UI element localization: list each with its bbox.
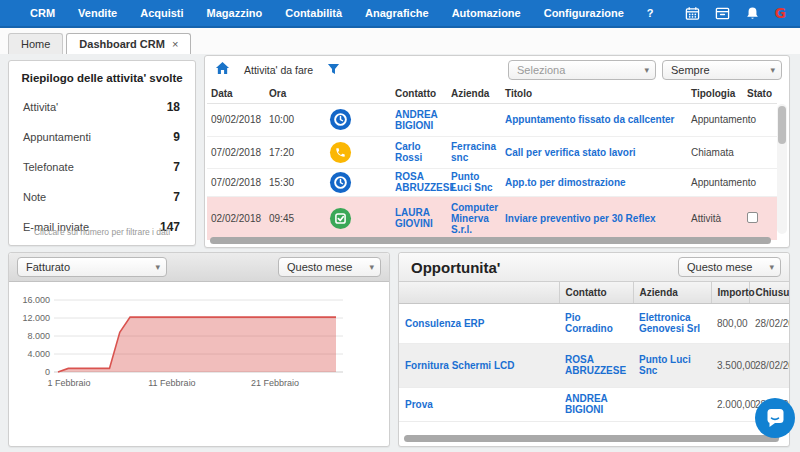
tab-bar: Home Dashboard CRM ×	[0, 28, 800, 54]
tab-dashboard-crm[interactable]: Dashboard CRM ×	[66, 33, 191, 54]
company-link[interactable]: Computer Minerva S.r.l.	[451, 202, 498, 235]
opportunity-link[interactable]: Prova	[405, 399, 433, 410]
menu-item-anagrafiche[interactable]: Anagrafiche	[365, 7, 429, 19]
menu-item-acquisti[interactable]: Acquisti	[140, 7, 183, 19]
filter-funnel-icon[interactable]	[327, 61, 340, 79]
summary-row-attivita: Attivita' 18	[9, 100, 195, 114]
nav-icon-group: G	[685, 6, 800, 21]
contact-link[interactable]: ANDREA BIGIONI	[565, 393, 607, 415]
opportunity-row: Prova ANDREA BIGIONI 2.000,00 28/02/2018	[399, 387, 790, 421]
activity-row-highlighted: 02/02/2018 09:45 LAURA GIOVINI Computer …	[207, 196, 777, 240]
activities-toolbar: Attivita' da fare Seleziona Sempre	[205, 56, 789, 84]
col-azienda: Azienda	[633, 282, 711, 303]
opportunity-row: Fornitura Schermi LCD ROSA ABRUZZESE Pun…	[399, 343, 790, 387]
summary-panel: Riepilogo delle attivita' svolte Attivit…	[8, 60, 196, 246]
opportunity-close-date: 28/02/2018	[749, 303, 790, 343]
menu-item-help[interactable]: ?	[647, 7, 654, 19]
scrollbar-thumb[interactable]	[404, 435, 779, 442]
revenue-area-chart: 04.0008.00012.00016.0001 Febbraio11 Febb…	[9, 282, 389, 446]
opportunity-amount: 3.500,00	[711, 343, 749, 387]
vertical-scrollbar[interactable]	[777, 104, 787, 234]
contact-link[interactable]: Pio Corradino	[565, 312, 613, 334]
opportunity-amount: 2.000,00	[711, 387, 749, 421]
fatturato-header: Fatturato Questo mese	[9, 253, 389, 282]
opportunity-link[interactable]: Consulenza ERP	[405, 318, 484, 329]
menu-item-contabilita[interactable]: Contabilità	[285, 7, 342, 19]
svg-text:4.000: 4.000	[27, 349, 50, 359]
activities-table: Data Ora Contatto Azienda Titolo Tipolog…	[207, 84, 777, 240]
activity-type: Attività	[691, 213, 721, 224]
scrollbar-thumb[interactable]	[778, 106, 786, 144]
tab-home[interactable]: Home	[8, 33, 63, 54]
horizontal-scrollbar[interactable]	[210, 237, 771, 244]
svg-text:0: 0	[45, 367, 50, 377]
col-azienda: Azienda	[447, 84, 501, 103]
summary-value-note[interactable]: 7	[173, 190, 180, 204]
menu-item-crm[interactable]: CRM	[30, 7, 55, 19]
phone-icon	[329, 141, 352, 164]
opportunita-period-select-value: Questo mese	[687, 261, 752, 273]
logo-g-icon[interactable]: G	[775, 6, 787, 20]
bell-icon[interactable]	[745, 6, 760, 21]
chat-launcher-button[interactable]	[755, 398, 795, 438]
scrollbar-thumb[interactable]	[210, 237, 771, 244]
company-link[interactable]: Punto Luci Snc	[639, 354, 691, 376]
tab-dashboard-crm-label: Dashboard CRM	[79, 38, 165, 50]
summary-label: Telefonate	[23, 161, 74, 173]
opportunita-title: Opportunita'	[407, 259, 500, 276]
contact-link[interactable]: ROSA ABRUZZESE	[565, 354, 626, 376]
activity-time: 09:45	[265, 196, 317, 240]
contact-link[interactable]: LAURA GIOVINI	[395, 207, 433, 229]
calendar-icon[interactable]	[685, 6, 700, 21]
summary-value-telefonate[interactable]: 7	[173, 160, 180, 174]
col-ora: Ora	[265, 84, 317, 103]
col-titolo: Titolo	[501, 84, 687, 103]
menu-item-magazzino[interactable]: Magazzino	[207, 7, 263, 19]
menu-item-configurazione[interactable]: Configurazione	[544, 7, 624, 19]
opportunita-period-select[interactable]: Questo mese	[678, 257, 781, 277]
activities-panel: Attivita' da fare Seleziona Sempre Data …	[204, 55, 790, 248]
activity-type-select-value: Seleziona	[517, 64, 565, 76]
summary-label: Note	[23, 191, 46, 203]
company-link[interactable]: Punto Luci Snc	[451, 171, 493, 193]
activity-period-select-value: Sempre	[671, 64, 710, 76]
fatturato-period-select[interactable]: Questo mese	[278, 257, 381, 277]
col-icon	[317, 84, 391, 103]
status-checkbox[interactable]	[747, 212, 758, 223]
svg-text:11 Febbraio: 11 Febbraio	[148, 378, 195, 388]
opportunity-link[interactable]: Fornitura Schermi LCD	[405, 360, 514, 371]
activity-title-link[interactable]: Call per verifica stato lavori	[505, 147, 636, 158]
summary-value-appuntamenti[interactable]: 9	[173, 130, 180, 144]
menu-item-automazione[interactable]: Automazione	[452, 7, 521, 19]
svg-text:1 Febbraio: 1 Febbraio	[47, 378, 90, 388]
svg-text:8.000: 8.000	[27, 331, 50, 341]
opportunita-header-row: Contatto Azienda Importo Chiusura	[399, 282, 790, 303]
horizontal-scrollbar[interactable]	[404, 435, 779, 442]
close-icon[interactable]: ×	[172, 38, 178, 50]
col-nome	[399, 282, 559, 303]
activity-date: 07/02/2018	[207, 136, 265, 168]
col-contatto: Contatto	[559, 282, 633, 303]
contact-link[interactable]: Carlo Rossi	[395, 141, 422, 163]
company-link[interactable]: Ferracina snc	[451, 141, 496, 163]
activity-title-link[interactable]: App.to per dimostrazione	[505, 177, 626, 188]
opportunity-close-date: 28/02/2018	[749, 343, 790, 387]
menu-item-vendite[interactable]: Vendite	[78, 7, 117, 19]
contact-link[interactable]: ANDREA BIGIONI	[395, 109, 437, 131]
home-icon[interactable]	[215, 61, 230, 79]
summary-label: Attivita'	[23, 101, 58, 113]
activity-title-link[interactable]: Inviare preventivo per 30 Reflex	[505, 213, 656, 224]
metric-select-value: Fatturato	[26, 261, 70, 273]
summary-row-appuntamenti: Appuntamenti 9	[9, 130, 195, 144]
activity-period-select[interactable]: Sempre	[662, 60, 782, 80]
activity-title-link[interactable]: Appuntamento fissato da callcenter	[505, 114, 674, 125]
company-link[interactable]: Elettronica Genovesi Srl	[639, 312, 700, 334]
archive-icon[interactable]	[715, 6, 730, 21]
activities-title: Attivita' da fare	[244, 64, 313, 76]
metric-select[interactable]: Fatturato	[17, 257, 167, 277]
col-chiusura: Chiusura	[749, 282, 790, 303]
activity-type-select[interactable]: Seleziona	[508, 60, 656, 80]
opportunity-row: Consulenza ERP Pio Corradino Elettronica…	[399, 303, 790, 343]
summary-value-attivita[interactable]: 18	[167, 100, 180, 114]
col-contatto: Contatto	[391, 84, 447, 103]
